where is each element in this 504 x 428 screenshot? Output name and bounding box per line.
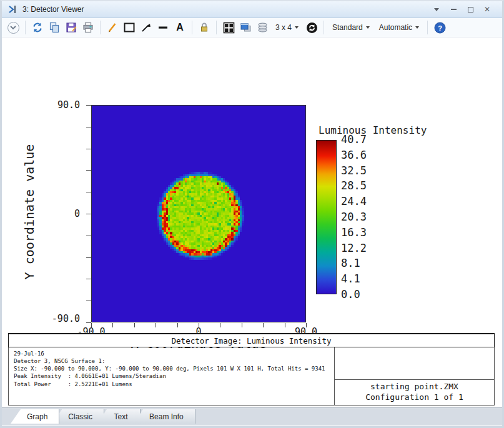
y-tick-label: 90.0 — [47, 99, 80, 111]
colorbar-tick-label: 4.1 — [341, 274, 367, 284]
info-line: Total Power : 2.5221E+01 Lumens — [14, 381, 329, 388]
tab-bar: Graph Classic Text Beam Info — [2, 407, 502, 426]
arrow-icon — [141, 22, 152, 33]
window-title: 3: Detector Viewer — [22, 5, 84, 14]
configuration-label: Configuration 1 of 1 — [365, 392, 463, 403]
colorbar-tick-label: 0.0 — [341, 289, 367, 300]
maximize-button[interactable] — [465, 4, 475, 14]
detector-info-text: 29-Jul-16Detector 3, NSCG Surface 1:Size… — [8, 347, 335, 406]
grid-layout-dropdown[interactable]: 3 x 4 — [272, 20, 302, 35]
rectangle-icon — [123, 22, 136, 33]
toolbar-separator — [100, 21, 101, 34]
info-line: 29-Jul-16 — [14, 350, 329, 357]
image-window-icon — [240, 22, 252, 33]
save-button[interactable] — [64, 20, 79, 35]
invert-circle-icon — [306, 22, 318, 34]
colorbar-tick-label: 32.5 — [341, 166, 367, 176]
print-icon — [82, 22, 94, 33]
pencil-icon — [107, 22, 118, 33]
close-button[interactable]: ✕ — [482, 4, 492, 14]
tab-beam-info[interactable]: Beam Info — [133, 409, 195, 424]
text-tool-button[interactable]: A — [172, 20, 187, 35]
pencil-tool-button[interactable] — [105, 20, 120, 35]
help-icon: ? — [434, 22, 446, 34]
print-button[interactable] — [81, 20, 96, 35]
maximize-icon — [468, 7, 473, 12]
tab-graph[interactable]: Graph — [11, 409, 59, 424]
y-axis-ticks — [86, 105, 91, 323]
graph-pane: 90.0 0 -90.0 -90.0 0 90.0 Y coordinate v… — [2, 38, 502, 332]
configurations-button[interactable] — [255, 20, 270, 35]
toolbar-separator — [216, 21, 217, 34]
titlebar[interactable]: 3: Detector Viewer ✕ — [2, 1, 502, 18]
toolbar: A — [2, 18, 502, 37]
detector-canvas — [92, 106, 305, 322]
automatic-dropdown[interactable]: Automatic — [375, 20, 423, 35]
rectangle-tool-button[interactable] — [122, 20, 137, 35]
file-name: starting point.ZMX — [370, 382, 458, 392]
help-button[interactable]: ? — [432, 20, 447, 35]
minimize-button[interactable] — [448, 4, 458, 14]
standard-dropdown[interactable]: Standard — [329, 20, 373, 35]
invert-colors-button[interactable] — [304, 20, 319, 35]
copy-image-button[interactable] — [238, 20, 253, 35]
layers-icon — [257, 22, 269, 33]
info-line: Peak Intensity : 4.0661E+01 Lumens/Stera… — [14, 372, 329, 380]
configuration-cell: starting point.ZMX Configuration 1 of 1 — [335, 380, 495, 406]
lock-icon — [199, 22, 210, 33]
plot-header-title: Detector Image: Luminous Intensity — [8, 333, 495, 347]
info-line: Size X: -90.000 to 90.000, Y: -90.000 to… — [14, 365, 329, 372]
y-tick-label: 0 — [47, 208, 80, 219]
y-axis-title: Y coordinate value — [22, 144, 37, 280]
chevron-down-icon — [295, 26, 299, 29]
colorbar-tick-label: 28.5 — [341, 181, 367, 191]
detector-plot — [91, 105, 306, 322]
tab-classic[interactable]: Classic — [52, 409, 104, 424]
legend-title: Luminous Intensity — [319, 124, 427, 136]
toolbar-separator — [192, 21, 192, 34]
toolbar-separator — [427, 21, 428, 34]
colorbar-tick-label: 12.2 — [341, 243, 367, 254]
detector-viewer-icon — [8, 4, 18, 14]
annotation-panel: Detector Image: Luminous Intensity 29-Ju… — [8, 333, 495, 406]
fit-window-button[interactable] — [221, 20, 236, 35]
chevron-down-icon — [415, 26, 419, 29]
chevron-down-icon — [366, 26, 370, 29]
y-tick-label: -90.0 — [47, 313, 80, 324]
settings-expander-button[interactable] — [6, 20, 21, 35]
copy-button[interactable] — [47, 20, 62, 35]
colorbar-tick-label: 24.4 — [341, 196, 367, 207]
arrow-tool-button[interactable] — [139, 20, 154, 35]
line-icon — [157, 22, 169, 33]
chevron-down-icon — [434, 8, 439, 11]
blank-cell — [335, 347, 495, 380]
window-menu-button[interactable] — [432, 4, 442, 14]
lock-button[interactable] — [197, 20, 212, 35]
detector-viewer-window: 3: Detector Viewer ✕ — [0, 0, 504, 428]
line-tool-button[interactable] — [156, 20, 170, 35]
colorbar-tick-label: 8.1 — [341, 258, 367, 269]
refresh-button[interactable] — [30, 20, 45, 35]
grid-layout-label: 3 x 4 — [275, 23, 292, 32]
quad-grid-icon — [223, 22, 235, 34]
colorbar-tick-label: 20.3 — [341, 212, 367, 222]
copy-icon — [49, 22, 60, 33]
colorbar-tick-label: 36.6 — [341, 150, 367, 161]
colorbar — [316, 140, 337, 294]
refresh-icon — [32, 22, 43, 33]
chevron-down-circle-icon — [7, 22, 19, 34]
svg-text:?: ? — [438, 24, 442, 31]
colorbar-labels: 40.7 36.6 32.5 28.5 24.4 20.3 16.3 12.2 … — [341, 134, 367, 300]
info-line: Detector 3, NSCG Surface 1: — [14, 357, 329, 365]
toolbar-separator — [324, 21, 324, 34]
colorbar-tick-label: 16.3 — [341, 227, 367, 238]
standard-dropdown-label: Standard — [332, 23, 363, 32]
automatic-dropdown-label: Automatic — [379, 23, 412, 32]
colorbar-tick-label: 40.7 — [341, 134, 367, 145]
toolbar-separator — [25, 21, 26, 34]
save-icon — [66, 22, 77, 33]
minimize-icon — [451, 9, 457, 10]
